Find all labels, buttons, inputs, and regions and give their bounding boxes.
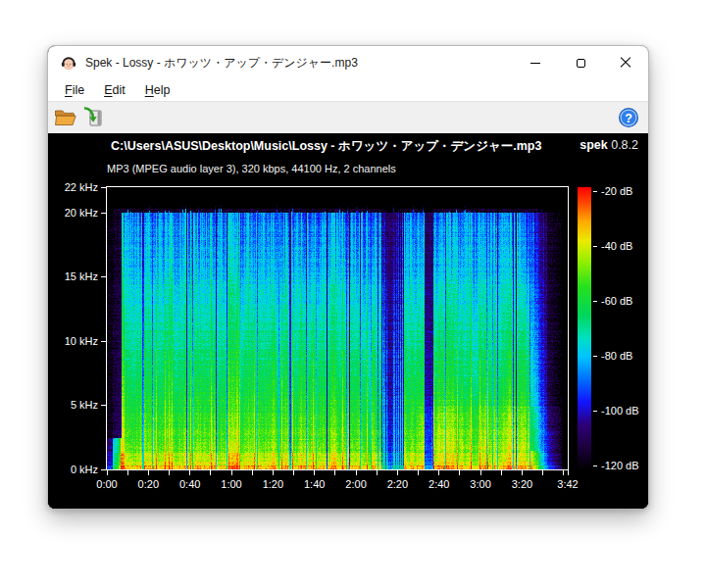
close-button[interactable]	[603, 46, 648, 79]
plot-area	[106, 186, 569, 470]
x-axis-label: 0:40	[179, 478, 200, 490]
menu-help-accel: H	[145, 83, 154, 97]
x-axis-tick	[334, 470, 335, 475]
help-icon: ?	[618, 107, 639, 128]
y-axis-label: 0 kHz	[48, 464, 98, 475]
x-axis-tick	[438, 470, 439, 475]
x-axis-tick	[293, 470, 294, 475]
x-axis-tick	[127, 470, 128, 475]
save-spectrogram-button[interactable]	[79, 104, 107, 131]
x-axis-tick	[356, 470, 357, 475]
window-controls	[513, 46, 648, 79]
x-axis-tick	[210, 470, 211, 475]
x-axis-tick	[314, 470, 315, 475]
spectrogram-canvas	[107, 187, 568, 469]
x-axis-tick	[418, 470, 419, 475]
y-axis-tick	[101, 469, 106, 470]
x-axis-tick	[542, 470, 543, 475]
x-axis-tick	[377, 470, 378, 475]
close-icon	[620, 57, 631, 69]
y-axis-tick	[101, 405, 106, 406]
x-axis-label: 0:20	[138, 478, 159, 490]
x-axis-label: 0:00	[96, 478, 117, 490]
legend-label: -100 dB	[601, 405, 639, 416]
menu-item-help[interactable]: Help	[135, 79, 180, 101]
menu-item-edit[interactable]: Edit	[94, 79, 135, 101]
legend-label: -80 dB	[601, 350, 632, 362]
x-axis-label: 2:20	[387, 478, 408, 490]
titlebar[interactable]: Spek - Lossy - ホワッツ・アップ・デンジャー.mp3	[48, 46, 648, 79]
y-axis-label: 10 kHz	[48, 335, 98, 347]
y-axis-tick	[101, 341, 106, 342]
maximize-button[interactable]	[558, 46, 603, 79]
y-axis-tick	[101, 213, 106, 214]
x-axis-tick	[563, 470, 564, 475]
x-axis-tick	[397, 470, 398, 475]
x-axis-tick	[522, 470, 523, 475]
x-axis-tick	[480, 470, 481, 475]
x-axis-tick	[273, 470, 274, 475]
open-file-button[interactable]	[52, 104, 79, 131]
toolbar: ?	[48, 101, 648, 133]
minimize-icon	[530, 63, 540, 64]
menubar: File Edit Help	[48, 79, 648, 101]
x-axis-label: 2:40	[429, 478, 449, 490]
y-axis-tick	[101, 187, 106, 188]
legend-tick	[593, 466, 597, 466]
legend-label: -20 dB	[601, 185, 632, 197]
legend-tick	[593, 246, 597, 247]
legend-colorbar	[578, 187, 591, 469]
x-axis-tick	[107, 470, 108, 475]
x-axis-label: 1:00	[221, 478, 241, 490]
minimize-button[interactable]	[513, 46, 558, 79]
app-version: spek 0.8.2	[580, 138, 638, 152]
save-spectrogram-icon	[81, 106, 105, 129]
x-axis-tick	[459, 470, 460, 475]
x-axis-tick	[148, 470, 149, 475]
x-axis-tick	[501, 470, 502, 475]
open-folder-icon	[54, 108, 77, 127]
x-axis-label: 2:00	[345, 478, 366, 490]
legend-tick	[593, 411, 597, 412]
x-axis-tick	[189, 470, 190, 475]
menu-file-rest: ile	[73, 83, 85, 97]
x-axis-tick	[231, 470, 232, 475]
y-axis-label: 15 kHz	[48, 270, 98, 282]
y-axis-tick	[101, 276, 106, 277]
legend-tick	[593, 191, 597, 192]
legend-tick	[593, 356, 597, 357]
legend-tick	[593, 301, 597, 302]
spek-app-window: Spek - Lossy - ホワッツ・アップ・デンジャー.mp3 File E…	[47, 45, 649, 510]
menu-help-rest: elp	[154, 83, 171, 97]
x-axis-tick	[169, 470, 170, 475]
y-axis-label: 22 kHz	[48, 181, 98, 193]
x-axis-label: 1:20	[263, 478, 283, 490]
maximize-icon	[577, 59, 585, 68]
x-axis-tick	[252, 470, 253, 475]
file-path-title: C:\Users\ASUS\Desktop\Music\Lossy - ホワッツ…	[111, 138, 541, 155]
x-axis-label: 3:42	[557, 478, 578, 490]
spek-app-icon	[60, 54, 77, 72]
window-title: Spek - Lossy - ホワッツ・アップ・デンジャー.mp3	[85, 55, 358, 72]
legend-label: -40 dB	[601, 240, 632, 252]
spectrogram-panel: C:\Users\ASUS\Desktop\Music\Lossy - ホワッツ…	[48, 133, 649, 510]
x-axis-label: 3:20	[512, 478, 532, 490]
menu-item-file[interactable]: File	[55, 79, 94, 101]
desktop-background: Spek - Lossy - ホワッツ・アップ・デンジャー.mp3 File E…	[0, 0, 706, 588]
menu-edit-rest: dit	[113, 83, 126, 97]
legend-label: -120 dB	[601, 460, 639, 471]
menu-file-accel: F	[65, 83, 73, 97]
x-axis-label: 3:00	[470, 478, 490, 490]
format-info: MP3 (MPEG audio layer 3), 320 kbps, 4410…	[107, 163, 396, 174]
app-version-number: 0.8.2	[611, 138, 638, 152]
svg-text:?: ?	[625, 112, 632, 125]
menu-edit-accel: E	[104, 83, 112, 97]
help-button[interactable]: ?	[615, 104, 642, 131]
legend-gradient	[578, 187, 591, 469]
x-axis-tick	[568, 470, 569, 475]
app-name: spek	[580, 138, 608, 152]
x-axis-label: 1:40	[304, 478, 325, 490]
legend-label: -60 dB	[601, 295, 632, 307]
y-axis-label: 20 kHz	[48, 207, 98, 219]
y-axis-label: 5 kHz	[48, 399, 98, 411]
